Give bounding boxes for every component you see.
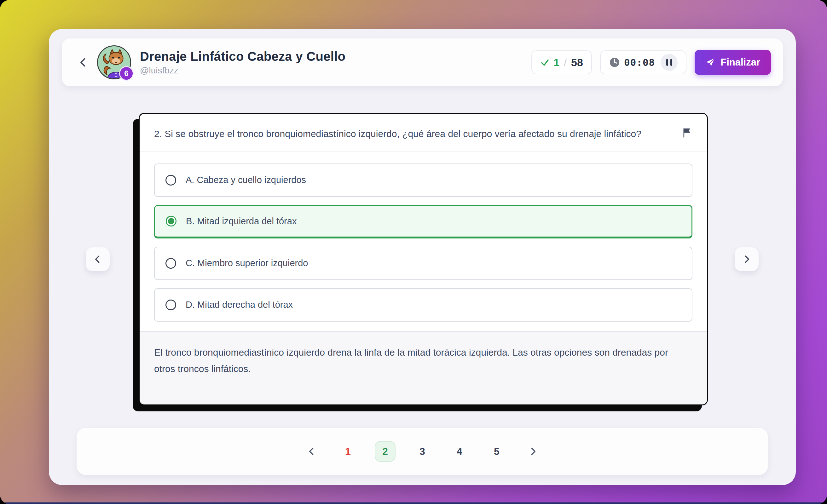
option-b-selected[interactable]: B. Mitad izquierda del tórax — [154, 205, 692, 239]
page-button-5[interactable]: 5 — [486, 441, 507, 462]
level-badge: 6 — [119, 66, 134, 81]
option-d-label: D. Mitad derecha del tórax — [186, 300, 293, 310]
question-header: 2. Si se obstruye el tronco bronquiomedi… — [140, 114, 707, 152]
question-text: 2. Si se obstruye el tronco bronquiomedi… — [154, 126, 641, 142]
quiz-author-handle: @luisfbzz — [140, 65, 345, 75]
option-c[interactable]: C. Miembro superior izquierdo — [154, 247, 692, 280]
check-icon — [540, 58, 550, 67]
chevron-right-icon — [742, 255, 751, 264]
chevron-left-icon — [78, 57, 89, 68]
pause-icon — [666, 59, 668, 66]
option-a[interactable]: A. Cabeza y cuello izquierdos — [154, 163, 692, 197]
chevron-left-icon — [307, 447, 317, 456]
back-button[interactable] — [74, 53, 93, 72]
timer-value: 00:08 — [624, 57, 655, 68]
option-c-label: C. Miembro superior izquierdo — [186, 258, 308, 268]
score-current: 1 — [553, 56, 560, 69]
clock-icon — [609, 57, 620, 68]
timer-badge: 00:08 — [600, 50, 686, 74]
quiz-screen: 6 Drenaje Linfático Cabeza y Cuello @lui… — [0, 0, 827, 504]
pagination-bar: 1 2 3 4 5 — [77, 428, 768, 475]
prev-question-button[interactable] — [86, 247, 110, 271]
quiz-title: Drenaje Linfático Cabeza y Cuello — [140, 49, 345, 64]
question-card: 2. Si se obstruye el tronco bronquiomedi… — [139, 113, 708, 405]
pagination-next-button[interactable] — [524, 442, 542, 461]
send-icon — [706, 57, 716, 67]
next-question-button[interactable] — [735, 247, 759, 271]
option-b-label: B. Mitad izquierda del tórax — [186, 216, 297, 226]
page-button-2-active[interactable]: 2 — [375, 441, 395, 462]
title-block: Drenaje Linfático Cabeza y Cuello @luisf… — [140, 49, 345, 75]
app-card: 6 Drenaje Linfático Cabeza y Cuello @lui… — [49, 29, 796, 485]
score-separator: / — [563, 57, 567, 68]
avatar: 6 — [97, 45, 131, 80]
flag-icon — [681, 127, 692, 139]
options-list: A. Cabeza y cuello izquierdos B. Mitad i… — [140, 152, 707, 331]
radio-unselected-icon[interactable] — [165, 258, 176, 269]
pagination-prev-button[interactable] — [302, 442, 321, 461]
score-badge: 1 / 58 — [531, 50, 592, 74]
page-button-3[interactable]: 3 — [412, 441, 433, 462]
header-right: 1 / 58 00:08 Finalizar — [531, 50, 771, 75]
page-button-4[interactable]: 4 — [449, 441, 470, 462]
flag-button[interactable] — [681, 126, 692, 142]
pause-button[interactable] — [661, 54, 678, 71]
radio-selected-icon[interactable] — [166, 216, 177, 226]
finish-button[interactable]: Finalizar — [695, 50, 771, 75]
explanation-text: El tronco bronquiomediastínico izquierdo… — [154, 344, 684, 377]
score-total: 58 — [571, 56, 583, 69]
quiz-header: 6 Drenaje Linfático Cabeza y Cuello @lui… — [62, 39, 783, 86]
option-a-label: A. Cabeza y cuello izquierdos — [186, 175, 306, 185]
explanation-panel: El tronco bronquiomediastínico izquierdo… — [140, 331, 707, 404]
chevron-right-icon — [528, 447, 538, 456]
option-d[interactable]: D. Mitad derecha del tórax — [154, 288, 692, 321]
bottom-edge-strip — [0, 502, 827, 504]
finish-button-label: Finalizar — [721, 57, 760, 68]
chevron-left-icon — [93, 255, 102, 264]
radio-unselected-icon[interactable] — [165, 300, 176, 310]
radio-unselected-icon[interactable] — [165, 175, 176, 186]
page-button-1[interactable]: 1 — [338, 441, 358, 462]
